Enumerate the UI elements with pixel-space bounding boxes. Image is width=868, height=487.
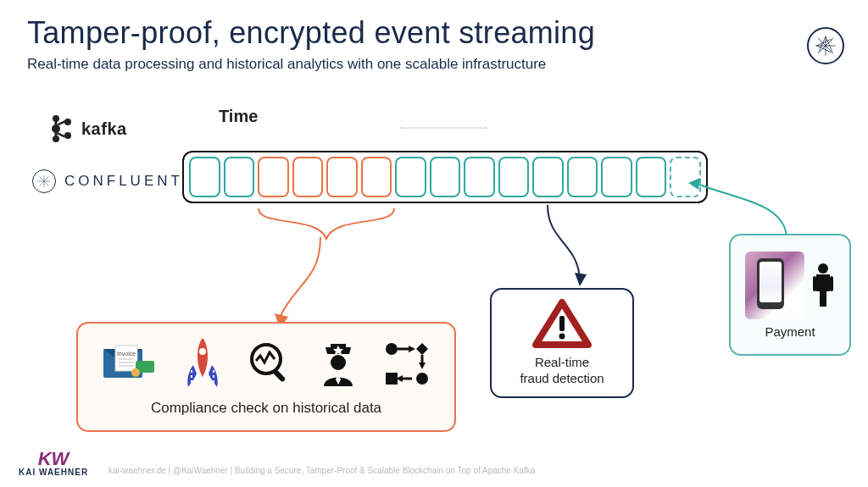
footer-credit: kai-waehner.de | @KaiWaehner | Building … bbox=[108, 466, 535, 475]
log-block bbox=[636, 157, 667, 197]
svg-marker-44 bbox=[409, 346, 415, 352]
historical-range-bracket bbox=[254, 207, 398, 241]
invoice-icon: Invoice bbox=[102, 342, 158, 385]
svg-point-42 bbox=[386, 343, 398, 355]
svg-rect-27 bbox=[115, 346, 137, 371]
svg-text:Invoice: Invoice bbox=[117, 351, 136, 357]
log-block bbox=[292, 157, 324, 197]
log-block bbox=[532, 157, 564, 197]
time-axis-arrow bbox=[185, 127, 704, 129]
historical-arrow bbox=[270, 237, 329, 330]
fraud-label: Real-timefraud detection bbox=[520, 355, 604, 387]
author-logo: KW KAI WAEHNER bbox=[19, 451, 88, 477]
confluent-label: CONFLUENT bbox=[64, 173, 183, 190]
svg-marker-55 bbox=[688, 178, 700, 190]
svg-point-54 bbox=[559, 334, 565, 340]
svg-rect-14 bbox=[55, 130, 58, 137]
svg-marker-52 bbox=[575, 273, 587, 286]
svg-rect-53 bbox=[559, 316, 565, 331]
svg-rect-48 bbox=[386, 373, 398, 385]
confluent-ring-icon bbox=[32, 169, 56, 193]
person-icon bbox=[811, 263, 835, 308]
svg-point-34 bbox=[199, 348, 206, 355]
police-icon bbox=[317, 339, 359, 388]
svg-marker-45 bbox=[416, 343, 428, 355]
warning-icon bbox=[532, 299, 592, 350]
log-block bbox=[189, 157, 220, 197]
rocket-icon bbox=[181, 336, 224, 390]
payment-box: Payment bbox=[729, 234, 851, 356]
log-block bbox=[258, 157, 289, 197]
kafka-label: kafka bbox=[81, 119, 127, 139]
kafka-logo: kafka bbox=[49, 112, 127, 146]
payment-label: Payment bbox=[765, 324, 815, 339]
log-block bbox=[601, 157, 632, 197]
svg-point-39 bbox=[331, 355, 346, 370]
svg-marker-47 bbox=[419, 362, 426, 369]
log-block bbox=[224, 157, 255, 197]
fraud-box: Real-timefraud detection bbox=[490, 288, 634, 398]
svg-point-56 bbox=[818, 263, 828, 274]
svg-rect-58 bbox=[830, 276, 833, 291]
svg-point-51 bbox=[416, 373, 428, 385]
event-log bbox=[182, 151, 708, 203]
log-block bbox=[567, 157, 598, 197]
log-block bbox=[326, 157, 358, 197]
workflow-icon bbox=[383, 340, 431, 386]
compliance-label: Compliance check on historical data bbox=[90, 400, 442, 417]
svg-rect-57 bbox=[813, 276, 816, 291]
payment-phone-image bbox=[745, 252, 804, 319]
log-block bbox=[464, 157, 495, 197]
log-block bbox=[395, 157, 426, 197]
fraud-arrow bbox=[542, 203, 593, 288]
confluent-logo: CONFLUENT bbox=[32, 169, 183, 193]
log-block bbox=[430, 157, 461, 197]
svg-rect-36 bbox=[273, 369, 287, 383]
svg-rect-13 bbox=[55, 120, 58, 127]
svg-marker-23 bbox=[486, 127, 487, 129]
confluent-star-icon bbox=[807, 27, 844, 64]
compliance-box: Invoice bbox=[76, 322, 456, 432]
author-name: KAI WAEHNER bbox=[19, 468, 88, 477]
svg-point-33 bbox=[131, 368, 140, 377]
log-block bbox=[498, 157, 530, 197]
page-title: Tamper-proof, encrypted event streaming bbox=[27, 15, 595, 51]
analytics-icon bbox=[248, 340, 293, 386]
time-label: Time bbox=[219, 107, 258, 126]
page-subtitle: Real-time data processing and historical… bbox=[27, 56, 546, 73]
log-block bbox=[361, 157, 392, 197]
author-initials: KW bbox=[38, 451, 70, 468]
svg-point-12 bbox=[64, 132, 71, 139]
